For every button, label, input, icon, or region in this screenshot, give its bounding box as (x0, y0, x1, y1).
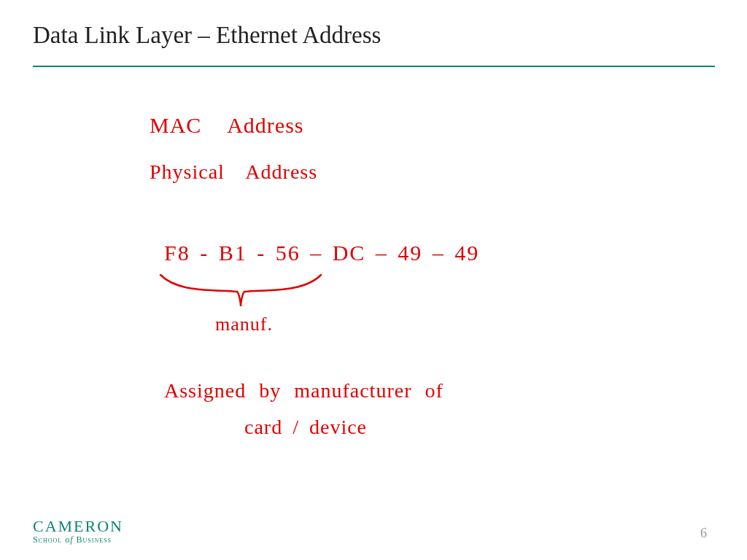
annotation-manuf-label: manuf. (215, 314, 273, 335)
page-title: Data Link Layer – Ethernet Address (33, 22, 381, 49)
brand-subtitle: School of Business (33, 534, 123, 545)
annotation-physical-address: Physical Address (150, 160, 317, 184)
annotation-note-line1: Assigned by manufacturer of (164, 379, 444, 402)
title-underline (33, 66, 715, 67)
page-number: 6 (700, 526, 707, 541)
annotation-mac-value: F8 - B1 - 56 – DC – 49 – 49 (164, 241, 479, 265)
curly-brace-icon (157, 271, 325, 311)
annotation-mac-address: MAC Address (150, 113, 304, 138)
footer-brand: CAMERON School of Business (33, 517, 123, 545)
annotation-note-line2: card / device (244, 416, 367, 439)
brand-name: CAMERON (33, 517, 123, 536)
slide: Data Link Layer – Ethernet Address MAC A… (0, 0, 747, 560)
